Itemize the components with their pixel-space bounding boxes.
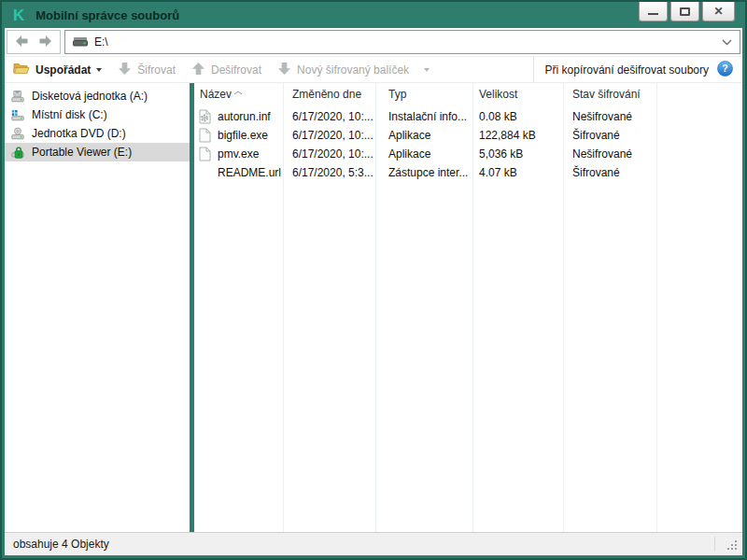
file-modified: 6/17/2020, 5:3... — [283, 166, 375, 179]
blank-icon — [198, 165, 211, 180]
file-modified: 6/17/2020, 10:... — [283, 110, 375, 123]
file-list: Název Změněno dne Typ Velikost Stav šifr… — [194, 83, 742, 532]
sidebar-item-drive-a[interactable]: Disketová jednotka (A:) — [5, 87, 190, 105]
back-button[interactable] — [15, 35, 30, 50]
file-size: 4.07 kB — [472, 166, 563, 179]
sidebar-item-label: Portable Viewer (E:) — [32, 146, 132, 159]
sidebar-item-label: Místní disk (C:) — [32, 108, 107, 121]
sidebar-item-label: Disketová jednotka (A:) — [32, 90, 148, 103]
file-modified: 6/17/2020, 10:... — [283, 129, 375, 142]
dvd-drive-icon — [11, 126, 24, 141]
close-icon: ✕ — [713, 6, 723, 17]
setup-information-file-icon — [198, 109, 211, 124]
sidebar-item-drive-d[interactable]: Jednotka DVD (D:) — [5, 124, 190, 143]
drive-icon — [73, 35, 88, 49]
file-type: Instalační info... — [375, 110, 472, 123]
column-header-modified[interactable]: Změněno dne — [283, 88, 375, 101]
kaspersky-logo-icon: K — [13, 7, 24, 23]
file-name: README.url — [218, 166, 281, 179]
file-modified: 6/17/2020, 10:... — [283, 147, 375, 161]
window-controls: ✕ — [639, 2, 735, 21]
status-bar: obsahuje 4 Objekty — [5, 532, 742, 555]
new-encrypted-package-label: Nový šifrovaný balíček — [297, 63, 409, 77]
sidebar-item-drive-c[interactable]: Místní disk (C:) — [5, 105, 190, 124]
navigation-buttons — [7, 30, 61, 54]
minimize-icon — [648, 13, 658, 15]
file-encryption-status: Šifrované — [563, 166, 656, 179]
decrypt-on-copy-label[interactable]: Při kopírování dešifrovat soubory — [545, 63, 709, 77]
drive-sidebar: Disketová jednotka (A:) Místní disk (C:)… — [5, 83, 190, 532]
file-encryption-status: Šifrované — [563, 129, 656, 142]
resize-grip[interactable] — [727, 540, 739, 552]
window-title: Mobilní správce souborů — [35, 8, 179, 22]
svg-text:?: ? — [722, 63, 727, 74]
decrypt-on-copy-option: Při kopírování dešifrovat soubory ? — [533, 57, 742, 82]
arrow-down-icon — [277, 62, 291, 78]
file-icon — [198, 147, 211, 161]
maximize-button[interactable] — [670, 2, 699, 21]
column-header-type[interactable]: Typ — [375, 88, 472, 101]
window-content: E:\ Uspořádat Šifrovat — [5, 28, 742, 555]
table-row[interactable]: bigfile.exe 6/17/2020, 10:... Aplikace 1… — [194, 126, 742, 145]
minimize-button[interactable] — [639, 2, 668, 21]
chevron-down-icon — [424, 68, 430, 72]
titlebar[interactable]: K Mobilní správce souborů ✕ — [5, 2, 742, 28]
address-row: E:\ — [5, 28, 742, 57]
file-rows: autorun.inf 6/17/2020, 10:... Instalační… — [194, 107, 742, 182]
file-encryption-status: Nešifrované — [563, 110, 656, 123]
sidebar-item-drive-e[interactable]: Portable Viewer (E:) — [5, 143, 190, 161]
file-type: Zástupce inter... — [375, 166, 472, 179]
address-bar[interactable]: E:\ — [64, 30, 740, 54]
file-type: Aplikace — [375, 147, 472, 161]
toolbar: Uspořádat Šifrovat Dešifrovat Nový šif — [5, 57, 742, 83]
table-row[interactable]: pmv.exe 6/17/2020, 10:... Aplikace 5,036… — [194, 145, 742, 163]
file-icon — [198, 128, 211, 143]
new-encrypted-package-button[interactable]: Nový šifrovaný balíček — [277, 62, 430, 78]
file-type: Aplikace — [375, 129, 472, 142]
main-area: Disketová jednotka (A:) Místní disk (C:)… — [5, 83, 742, 532]
address-value: E:\ — [94, 35, 108, 49]
sidebar-item-label: Jednotka DVD (D:) — [32, 127, 126, 140]
file-size: 5,036 kB — [472, 147, 563, 161]
file-name: pmv.exe — [218, 147, 259, 161]
status-text: obsahuje 4 Objekty — [13, 538, 109, 551]
arrow-up-icon — [191, 62, 205, 78]
encrypt-label: Šifrovat — [137, 63, 176, 77]
maximize-icon — [680, 7, 690, 16]
file-name: bigfile.exe — [218, 129, 268, 142]
chevron-down-icon — [96, 68, 102, 72]
decrypt-label: Dešifrovat — [211, 63, 261, 77]
file-encryption-status: Nešifrované — [563, 147, 656, 161]
encrypted-drive-icon — [11, 145, 24, 160]
address-dropdown-button[interactable] — [722, 39, 732, 46]
table-row[interactable]: autorun.inf 6/17/2020, 10:... Instalační… — [194, 107, 742, 126]
file-name: autorun.inf — [218, 110, 271, 123]
app-window: K Mobilní správce souborů ✕ E:\ — [0, 0, 747, 560]
help-icon[interactable]: ? — [717, 61, 733, 79]
column-header-name[interactable]: Název — [194, 88, 283, 101]
status-divider — [714, 537, 715, 552]
decrypt-button[interactable]: Dešifrovat — [191, 62, 261, 78]
local-disk-icon — [11, 107, 24, 122]
arrow-down-icon — [118, 62, 132, 78]
file-size: 122,884 kB — [472, 129, 563, 142]
floppy-drive-icon — [11, 89, 24, 104]
encrypt-button[interactable]: Šifrovat — [118, 62, 176, 78]
table-row[interactable]: README.url 6/17/2020, 5:3... Zástupce in… — [194, 163, 742, 182]
folder-icon — [13, 62, 30, 77]
organize-label: Uspořádat — [35, 63, 91, 77]
close-button[interactable]: ✕ — [702, 2, 735, 21]
column-header-encryption-status[interactable]: Stav šifrování — [563, 88, 656, 101]
file-size: 0.08 kB — [472, 110, 563, 123]
organize-button[interactable]: Uspořádat — [13, 62, 102, 77]
list-header: Název Změněno dne Typ Velikost Stav šifr… — [194, 83, 742, 105]
forward-button[interactable] — [37, 35, 52, 50]
column-header-size[interactable]: Velikost — [472, 88, 563, 101]
